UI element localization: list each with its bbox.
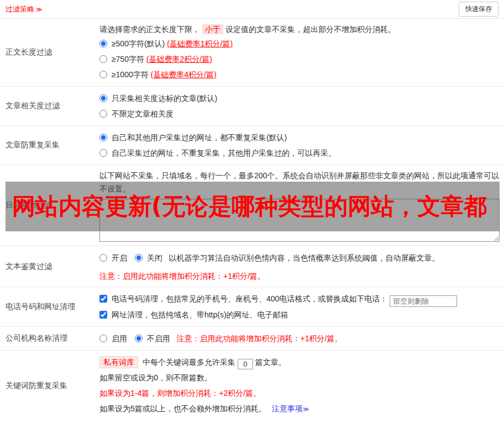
body-length-1000-radio[interactable] [99, 71, 107, 78]
radio-label: ≥1000字符 [112, 70, 151, 79]
keyword-count-input[interactable] [238, 359, 253, 369]
topbar: 过滤策略≫ 快速保存 [0, 0, 504, 19]
fee-note: (基础费率4积分/篇) [151, 70, 217, 79]
section-label: 文本鉴黄过滤 [0, 246, 95, 287]
keyword-rule-zero: 如果留空或设为0，则不限篇数。 [99, 370, 500, 385]
section-label: 正文长度过滤 [0, 19, 95, 86]
radio-label: 自己和其他用户采集过的网址，都不重复采集(默认) [112, 133, 287, 142]
body-length-intro: 请选择需求的正文长度下限，小于设定值的文章不采集，超出部分不增加积分消耗。 [99, 23, 500, 36]
radio-label: 关闭 [147, 253, 162, 262]
checkbox-option-phone-cleanup[interactable]: 电话号码清理，包括常见的手机号、座机号、400电话格式，或替换成如下电话： [99, 294, 390, 303]
site-blacklist-textarea[interactable] [99, 199, 500, 242]
radio-option-self-dedup[interactable]: 自己采集过的网址，不重复采集，其他用户采集过的，可以再采。 [99, 145, 500, 161]
intro-text-before: 请选择需求的正文长度下限， [99, 25, 200, 34]
radio-option-relevant-only[interactable]: 只采集相关度达标的文章(默认) [99, 91, 500, 106]
section-body-length-filter: 正文长度过滤 请选择需求的正文长度下限，小于设定值的文章不采集，超出部分不增加积… [0, 19, 504, 87]
dedup-global-radio[interactable] [99, 134, 107, 141]
section-label: 电话号码和网址清理 [0, 287, 95, 326]
section-phone-url-cleanup: 电话号码和网址清理 电话号码清理，包括常见的手机号、座机号、400电话格式，或替… [0, 287, 504, 327]
quick-save-button[interactable]: 快速保存 [459, 2, 498, 17]
intro-text-after: 设定值的文章不采集，超出部分不增加积分消耗。 [225, 25, 396, 34]
radio-label: 启用 [112, 334, 127, 343]
section-label: 文章相关度过滤 [0, 87, 95, 125]
fee-note: (基础费率2积分/篇) [146, 55, 212, 63]
section-label: 关键词防重复采集 [0, 351, 95, 421]
section-company-name-cleanup: 公司机构名称清理 启用 不启用 注意：启用此功能将增加积分消耗：+1积分/篇。 [0, 327, 504, 351]
radio-label: 自己采集过的网址，不重复采集，其他用户采集过的，可以再采。 [112, 149, 336, 157]
porn-off-radio[interactable] [135, 254, 143, 262]
radio-label: 不限定文章相关度 [112, 109, 174, 118]
keyword-rule-5plus: 如果设为5篇或以上，也不会额外增加积分消耗。 [99, 404, 266, 413]
radio-label: ≥500字符(默认) [112, 39, 167, 48]
checkbox-label: 网址清理，包括纯域名、带http(s)的网址、电子邮箱 [112, 310, 288, 319]
section-relevance-filter: 文章相关度过滤 只采集相关度达标的文章(默认) 不限定文章相关度 [0, 87, 504, 126]
radio-label: ≥750字符 [112, 55, 146, 63]
section-label: 公司机构名称清理 [0, 327, 95, 350]
chevron-double-icon: ≫ [303, 406, 309, 412]
body-length-500-radio[interactable] [99, 40, 107, 47]
porn-filter-description: 以机器学习算法自动识别色情内容，当色情概率达到系统阈值，自动屏蔽文章。 [169, 253, 440, 262]
relevance-strict-radio[interactable] [99, 94, 107, 102]
porn-filter-warning: 注意：启用此功能将增加积分消耗：+1积分/篇。 [99, 269, 500, 283]
checkbox-label: 电话号码清理，包括常见的手机号、座机号、400电话格式，或替换成如下电话： [112, 294, 387, 303]
section-label: 目标网站过滤 [0, 165, 95, 246]
phone-cleanup-checkbox[interactable] [99, 295, 107, 303]
company-enable-radio[interactable] [99, 335, 107, 342]
radio-option-1000[interactable]: ≥1000字符 (基础费率4积分/篇) [99, 67, 500, 82]
radio-option-no-limit[interactable]: 不限定文章相关度 [99, 106, 500, 121]
notice-link-text: 注意事项 [272, 404, 303, 413]
less-than-highlight: 小于 [202, 24, 223, 34]
company-cleanup-warning: 注意：启用此功能将增加积分消耗：+1积分/篇。 [177, 334, 343, 343]
radio-label: 开启 [112, 253, 127, 262]
radio-option-750[interactable]: ≥750字符 (基础费率2积分/篇) [99, 51, 500, 67]
radio-option-global-dedup[interactable]: 自己和其他用户采集过的网址，都不重复采集(默认) [99, 130, 500, 145]
dedup-self-radio[interactable] [99, 149, 107, 157]
keyword-limit-text-end: 篇文章。 [255, 358, 286, 367]
company-disable-radio[interactable] [135, 335, 143, 342]
porn-on-radio[interactable] [99, 254, 107, 262]
url-cleanup-checkbox[interactable] [99, 311, 107, 319]
replacement-phone-input[interactable] [390, 295, 457, 307]
section-keyword-dedup: 关键词防重复采集 私有词库 中每个关键词最多允许采集 篇文章。 如果留空或设为0… [0, 351, 504, 421]
keyword-limit-text: 中每个关键词最多允许采集 [143, 358, 235, 367]
body-length-750-radio[interactable] [99, 55, 107, 63]
radio-label: 只采集相关度达标的文章(默认) [112, 94, 217, 103]
section-label: 文章防重复采集 [0, 126, 95, 165]
radio-label: 不启用 [147, 334, 170, 343]
page-title-text: 过滤策略 [6, 5, 34, 13]
page-title: 过滤策略≫ [6, 4, 43, 14]
section-target-site-filter: 目标网站过滤 以下网站不采集，只填域名，每行一个，最多200个。系统会自动识别并… [0, 165, 504, 246]
private-thesaurus-badge[interactable]: 私有词库 [99, 356, 138, 368]
fee-note: (基础费率1积分/篇) [167, 39, 233, 48]
radio-option-porn-on[interactable]: 开启 [99, 253, 129, 262]
keyword-rule-1-4: 如果设为1-4篇，则增加积分消耗：+2积分/篇。 [99, 385, 500, 401]
radio-option-porn-off[interactable]: 关闭 [135, 253, 165, 262]
relevance-any-radio[interactable] [99, 110, 107, 118]
site-filter-intro: 以下网站不采集，只填域名，每行一个，最多200个。系统会自动识别并屏蔽那些非文章… [99, 169, 500, 195]
chevron-double-icon: ≫ [36, 6, 43, 13]
section-porn-filter: 文本鉴黄过滤 开启 关闭 以机器学习算法自动识别色情内容，当色情概率达到系统阈值… [0, 246, 504, 287]
section-dedup-collection: 文章防重复采集 自己和其他用户采集过的网址，都不重复采集(默认) 自己采集过的网… [0, 126, 504, 165]
radio-option-company-disable[interactable]: 不启用 [135, 334, 172, 343]
notice-link[interactable]: 注意事项≫ [272, 404, 309, 413]
radio-option-500[interactable]: ≥500字符(默认) (基础费率1积分/篇) [99, 36, 500, 51]
radio-option-company-enable[interactable]: 启用 [99, 334, 129, 343]
checkbox-option-url-cleanup[interactable]: 网址清理，包括纯域名、带http(s)的网址、电子邮箱 [99, 310, 288, 319]
